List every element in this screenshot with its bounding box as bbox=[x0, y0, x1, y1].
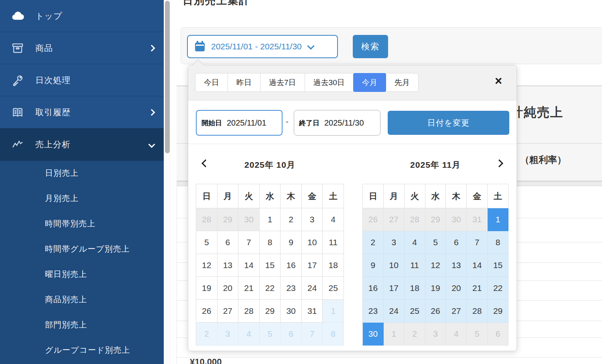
calendar-day-cell[interactable]: 27 bbox=[218, 300, 239, 323]
calendar-day-cell[interactable]: 4 bbox=[238, 323, 260, 346]
calendar-day-cell[interactable]: 19 bbox=[425, 277, 446, 300]
calendar-day-cell[interactable]: 7 bbox=[302, 323, 323, 346]
calendar-day-cell[interactable]: 22 bbox=[260, 277, 281, 300]
scrollbar-thumb[interactable] bbox=[165, 1, 170, 153]
calendar-day-cell[interactable]: 13 bbox=[446, 254, 467, 277]
calendar-day-cell[interactable]: 18 bbox=[405, 277, 425, 300]
calendar-day-cell[interactable]: 14 bbox=[467, 254, 488, 277]
calendar-day-cell[interactable]: 15 bbox=[488, 254, 508, 277]
calendar-day-cell[interactable]: 3 bbox=[218, 323, 239, 346]
calendar-day-cell[interactable]: 17 bbox=[302, 254, 323, 277]
date-range-button[interactable]: 2025/11/01 - 2025/11/30 bbox=[187, 35, 338, 58]
calendar-day-cell[interactable]: 9 bbox=[363, 254, 384, 277]
sidebar-subitem-hour-group-sales[interactable]: 時間帯グループ別売上 bbox=[0, 236, 164, 262]
calendar-day-cell[interactable]: 7 bbox=[238, 231, 260, 254]
sidebar-item-products[interactable]: 商品 bbox=[0, 32, 164, 64]
calendar-day-cell[interactable]: 10 bbox=[384, 254, 405, 277]
preset-last-month[interactable]: 先月 bbox=[386, 73, 419, 92]
calendar-day-cell[interactable]: 18 bbox=[323, 254, 344, 277]
sidebar-subitem-product-sales[interactable]: 商品別売上 bbox=[0, 287, 164, 312]
calendar-day-cell[interactable]: 31 bbox=[302, 300, 323, 323]
calendar-day-cell[interactable]: 6 bbox=[446, 231, 467, 254]
calendar-day-cell[interactable]: 6 bbox=[218, 231, 239, 254]
calendar-day-cell[interactable]: 29 bbox=[260, 300, 281, 323]
calendar-day-cell[interactable]: 4 bbox=[405, 231, 425, 254]
calendar-day-cell[interactable]: 3 bbox=[425, 323, 446, 346]
calendar-day-cell[interactable]: 16 bbox=[363, 277, 384, 300]
calendar-day-cell[interactable]: 27 bbox=[446, 300, 467, 323]
calendar-day-cell[interactable]: 13 bbox=[218, 254, 239, 277]
sidebar-subitem-daily-sales[interactable]: 日別売上 bbox=[0, 161, 164, 186]
calendar-day-cell[interactable]: 26 bbox=[196, 300, 218, 323]
preset-last7days[interactable]: 過去7日 bbox=[260, 73, 305, 92]
calendar-day-cell[interactable]: 30 bbox=[238, 208, 260, 231]
calendar-day-cell[interactable]: 26 bbox=[425, 300, 446, 323]
calendar-day-cell[interactable]: 30 bbox=[446, 208, 467, 231]
calendar-day-cell[interactable]: 2 bbox=[363, 231, 384, 254]
preset-this-month[interactable]: 今月 bbox=[353, 73, 386, 92]
calendar-day-cell[interactable]: 12 bbox=[425, 254, 446, 277]
calendar-day-cell[interactable]: 24 bbox=[384, 300, 405, 323]
calendar-day-cell[interactable]: 25 bbox=[323, 277, 344, 300]
calendar-day-cell[interactable]: 12 bbox=[196, 254, 218, 277]
start-date-input[interactable]: 開始日 2025/11/01 bbox=[196, 110, 283, 136]
next-month-button[interactable] bbox=[495, 159, 504, 169]
end-date-input[interactable]: 終了日 2025/11/30 bbox=[294, 110, 380, 136]
sidebar-item-top[interactable]: トップ bbox=[0, 0, 164, 32]
calendar-day-cell[interactable]: 8 bbox=[323, 323, 344, 346]
sidebar-item-sales-analysis[interactable]: 売上分析 bbox=[0, 128, 164, 161]
calendar-day-cell[interactable]: 29 bbox=[488, 300, 508, 323]
sidebar-subitem-groupcode-sales[interactable]: グループコード別売上 bbox=[0, 338, 164, 363]
calendar-day-cell[interactable]: 29 bbox=[425, 208, 446, 231]
preset-today[interactable]: 今日 bbox=[195, 73, 228, 92]
calendar-day-cell[interactable]: 2 bbox=[281, 208, 302, 231]
search-button[interactable]: 検索 bbox=[353, 35, 388, 58]
calendar-day-cell[interactable]: 8 bbox=[488, 231, 508, 254]
calendar-day-cell[interactable]: 29 bbox=[218, 208, 239, 231]
calendar-day-cell[interactable]: 21 bbox=[467, 277, 488, 300]
calendar-day-cell[interactable]: 5 bbox=[260, 323, 281, 346]
calendar-day-cell[interactable]: 6 bbox=[488, 323, 508, 346]
calendar-day-cell[interactable]: 20 bbox=[218, 277, 239, 300]
calendar-day-cell[interactable]: 31 bbox=[467, 208, 488, 231]
calendar-day-cell[interactable]: 1 bbox=[323, 300, 344, 323]
sidebar-subitem-hourly-sales[interactable]: 時間帯別売上 bbox=[0, 211, 164, 236]
calendar-day-cell[interactable]: 14 bbox=[238, 254, 260, 277]
calendar-day-cell[interactable]: 21 bbox=[238, 277, 260, 300]
calendar-day-cell[interactable]: 8 bbox=[260, 231, 281, 254]
sidebar-subitem-weekday-sales[interactable]: 曜日別売上 bbox=[0, 262, 164, 287]
preset-yesterday[interactable]: 昨日 bbox=[228, 73, 260, 92]
calendar-day-cell[interactable]: 5 bbox=[196, 231, 218, 254]
calendar-day-cell[interactable]: 11 bbox=[323, 231, 344, 254]
apply-date-button[interactable]: 日付を変更 bbox=[388, 111, 509, 135]
calendar-day-cell[interactable]: 15 bbox=[260, 254, 281, 277]
calendar-day-cell[interactable]: 3 bbox=[302, 208, 323, 231]
calendar-day-cell[interactable]: 28 bbox=[467, 300, 488, 323]
calendar-day-cell[interactable]: 1 bbox=[488, 208, 508, 231]
calendar-day-cell[interactable]: 26 bbox=[363, 208, 384, 231]
sidebar-subitem-department-sales[interactable]: 部門別売上 bbox=[0, 312, 164, 338]
sidebar-subitem-monthly-sales[interactable]: 月別売上 bbox=[0, 186, 164, 211]
sidebar-item-daily-process[interactable]: 日次処理 bbox=[0, 64, 164, 96]
calendar-day-cell[interactable]: 19 bbox=[196, 277, 218, 300]
preset-last30days[interactable]: 過去30日 bbox=[305, 73, 354, 92]
calendar-day-cell[interactable]: 25 bbox=[405, 300, 425, 323]
calendar-day-cell[interactable]: 28 bbox=[196, 208, 218, 231]
calendar-day-cell[interactable]: 5 bbox=[425, 231, 446, 254]
calendar-day-cell[interactable]: 30 bbox=[363, 323, 384, 346]
calendar-day-cell[interactable]: 5 bbox=[467, 323, 488, 346]
calendar-day-cell[interactable]: 4 bbox=[446, 323, 467, 346]
calendar-day-cell[interactable]: 28 bbox=[238, 300, 260, 323]
calendar-day-cell[interactable]: 22 bbox=[488, 277, 508, 300]
calendar-day-cell[interactable]: 17 bbox=[384, 277, 405, 300]
calendar-day-cell[interactable]: 7 bbox=[467, 231, 488, 254]
scrollbar-track[interactable] bbox=[164, 0, 171, 364]
close-icon[interactable]: × bbox=[492, 74, 504, 87]
calendar-day-cell[interactable]: 9 bbox=[281, 231, 302, 254]
calendar-day-cell[interactable]: 11 bbox=[405, 254, 425, 277]
calendar-day-cell[interactable]: 23 bbox=[281, 277, 302, 300]
calendar-day-cell[interactable]: 28 bbox=[405, 208, 425, 231]
calendar-day-cell[interactable]: 27 bbox=[384, 208, 405, 231]
calendar-day-cell[interactable]: 10 bbox=[302, 231, 323, 254]
sidebar-item-transactions[interactable]: 取引履歴 bbox=[0, 96, 164, 128]
